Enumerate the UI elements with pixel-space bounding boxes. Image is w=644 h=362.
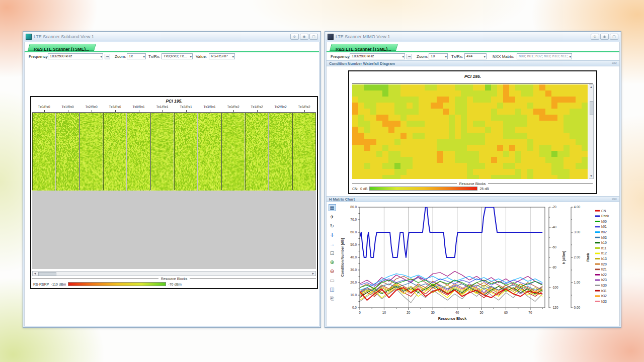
svg-text:h11: h11 [601,246,607,250]
section-title: H Matrix Chart [329,197,355,202]
colorbar-min: 0 dB [360,187,367,191]
svg-text:80.0: 80.0 [350,205,357,209]
tab-lte-scanner[interactable]: R&S LTE Scanner (TSME)... [28,44,94,51]
rotate-icon[interactable]: ↻ [329,222,336,229]
column-header: Tx0/Rx2 [221,105,245,109]
collapse-icon[interactable]: <<< [612,197,616,201]
waterfall-section-header[interactable]: Condition Number Waterfall Diagram <<< [327,60,619,66]
column-header: Tx1/Rx2 [245,105,269,109]
zoom-combo[interactable]: 1x▾ [127,53,146,59]
column-header: Tx0/Rx0 [32,105,56,109]
chevron-down-icon[interactable]: ▾ [569,54,571,59]
txrx-combo[interactable]: 4x4▾ [464,53,487,59]
tab-lte-scanner[interactable]: R&S LTE Scanner (TSME)... [330,44,396,51]
scrollbar-thumb[interactable] [38,272,56,276]
split-view-icon[interactable]: ◫ [329,286,336,293]
scroll-left-icon[interactable]: ◄ [33,272,37,276]
subband-heatmap[interactable] [32,113,316,269]
svg-text:h22: h22 [601,273,607,277]
settings-icon[interactable]: ⊡ [329,249,336,256]
apply-frequency-button[interactable]: ⇥ [105,54,110,59]
chevron-down-icon[interactable]: ▾ [445,54,447,59]
chevron-down-icon[interactable]: ▾ [190,54,192,59]
svg-text:70: 70 [528,311,532,314]
x-axis-label-row: Resource Blocks [352,182,593,186]
horizontal-scrollbar[interactable]: ◄ ► [32,271,316,276]
section-title: Condition Number Waterfall Diagram [329,61,395,66]
top-axis-line [352,83,593,84]
svg-text:h02: h02 [601,230,607,234]
frequency-combo[interactable]: 1832500 kHz▾ [350,53,405,59]
maximize-button[interactable]: ▢ [309,34,318,40]
mimo-client-area: R&S LTE Scanner (TSME)... Frequency: 183… [326,42,620,326]
restore-button[interactable]: ◉ [300,34,308,40]
desktop: { "left_window": { "title": "LTE Scanner… [0,0,644,362]
chevron-down-icon[interactable]: ▾ [484,54,486,59]
cn-waterfall-box: PCI 195. ▲ ▼ Resource Blocks CN: 0 dB 25… [348,70,597,194]
apply-frequency-button[interactable]: ⇥ [407,54,412,59]
legend-swatch-h21 [595,268,600,270]
window-buttons: ⊙◉▢ [290,34,318,40]
legend-swatch-CN [595,210,600,212]
top-axis-line [32,112,316,113]
scroll-down-icon[interactable]: ▼ [589,174,593,178]
x-axis-label-row: Resource Blocks [32,277,316,281]
legend-swatch-h23 [595,280,600,281]
collapse-icon[interactable]: <<< [612,61,616,65]
column-header: Tx0/Rx1 [127,105,150,109]
column-header: Tx3/Rx1 [198,105,221,109]
frequency-combo[interactable]: 1832500 kHz▾ [48,53,103,59]
h-matrix-chart[interactable]: 0.010.020.030.040.050.060.070.080.001020… [338,203,619,326]
chevron-down-icon[interactable]: ▾ [402,54,404,59]
colorbar-max: -70 dBm [168,283,181,286]
matrix-combo[interactable]: h00; h01; h02; h03; h10; h11;...▾ [517,53,572,59]
value-combo[interactable]: RS-RSRP▾ [209,53,235,59]
maximize-button[interactable]: ▢ [610,34,618,40]
float-button[interactable]: ⊙ [290,34,299,40]
txrx-combo[interactable]: Tx0;Rx0; Tx...▾ [162,53,193,59]
column-header: Tx1/Rx0 [56,105,79,109]
restore-button[interactable]: ◉ [600,34,609,40]
subband-window-titlebar[interactable]: LTE Scanner Subband View:1 ⊙◉▢ [24,32,320,41]
legend-swatch-h33 [595,301,600,302]
svg-text:h00: h00 [601,220,607,223]
chart-grid-icon[interactable]: ▦ [329,204,336,211]
legend-swatch-h20 [595,263,600,265]
scroll-up-icon[interactable]: ▲ [589,85,593,89]
scroll-right-icon[interactable]: ► [311,272,315,276]
svg-text:h30: h30 [601,284,607,287]
svg-text:CN: CN [601,209,606,213]
chevron-down-icon[interactable]: ▾ [100,54,102,59]
svg-text:h33: h33 [601,300,607,303]
svg-text:50.0: 50.0 [350,243,357,246]
zoom-combo[interactable]: 10▾ [429,53,448,59]
zoom-box-icon[interactable]: ▭ [329,277,336,284]
window-buttons: ⊙◉▢ [591,34,618,40]
chevron-down-icon[interactable]: ▾ [143,54,145,59]
legend-swatch-h31 [595,290,600,292]
svg-text:Rank: Rank [586,253,590,261]
track-cursor-icon[interactable]: ✈ [329,213,336,220]
scrollbar-thumb[interactable] [590,101,594,115]
step-icon[interactable]: → [329,240,336,247]
svg-text:10: 10 [382,311,386,314]
window-title: LTE Scanner MIMO View:1 [336,34,589,39]
cn-heatmap[interactable] [352,84,588,179]
zoom-in-icon[interactable]: ⊕ [329,258,336,265]
svg-text:60: 60 [504,311,508,314]
svg-text:70.0: 70.0 [350,218,357,221]
svg-text:-60: -60 [552,245,557,249]
vertical-scrollbar[interactable]: ▲ ▼ [589,84,594,179]
float-button[interactable]: ⊙ [591,34,599,40]
svg-text:60.0: 60.0 [350,230,357,234]
chevron-down-icon[interactable]: ▾ [232,54,234,59]
mimo-window-titlebar[interactable]: LTE Scanner MIMO View:1 ⊙◉▢ [326,32,620,41]
svg-text:h03: h03 [601,236,607,239]
hmatrix-section-header[interactable]: H Matrix Chart <<< [327,196,619,202]
svg-text:h31: h31 [601,289,607,293]
zoom-out-icon[interactable]: ⊖ [329,267,336,275]
pan-icon[interactable]: ✛ [329,231,336,238]
subband-client-area: R&S LTE Scanner (TSME)... Frequency: 183… [24,42,319,326]
column-header: Tx3/Rx2 [292,105,316,109]
copy-icon[interactable]: ⎘ [329,295,336,302]
